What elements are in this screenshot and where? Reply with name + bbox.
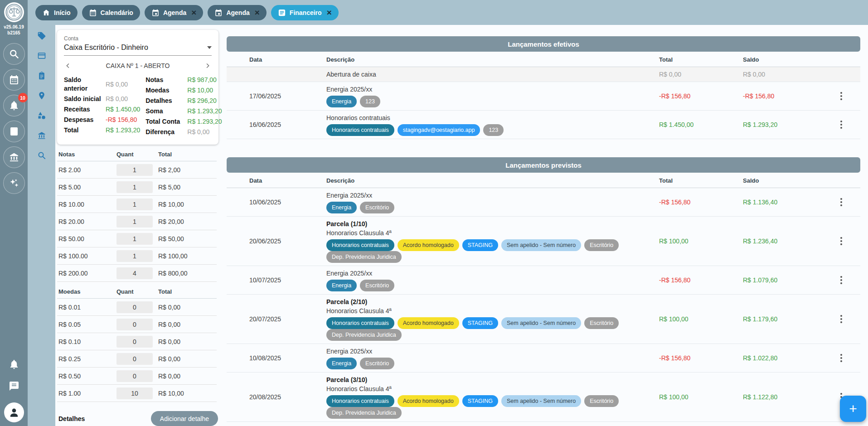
tab-label: Calendário bbox=[101, 9, 133, 16]
quant-input[interactable]: 10 bbox=[116, 387, 153, 399]
denomination-label: R$ 1.00 bbox=[58, 390, 116, 397]
row-menu-kebab-icon[interactable] bbox=[831, 196, 851, 208]
lancamento-saldo: R$ 1.179,60 bbox=[743, 315, 831, 323]
content-area: Conta Caixa Escritório - Dinheiro C bbox=[55, 25, 868, 426]
lancamento-total: R$ 0,00 bbox=[659, 71, 743, 78]
row-menu-kebab-icon[interactable] bbox=[831, 119, 851, 131]
account-select-value: Caixa Escritório - Dinheiro bbox=[64, 44, 207, 52]
quant-input[interactable]: 0 bbox=[116, 319, 153, 330]
home-icon bbox=[42, 9, 50, 17]
quant-input[interactable]: 1 bbox=[116, 250, 153, 262]
row-menu-kebab-icon[interactable] bbox=[831, 313, 851, 325]
row-menu-kebab-icon[interactable] bbox=[831, 352, 851, 364]
tag-chips: Energia123 bbox=[326, 96, 659, 107]
cash-panel: Conta Caixa Escritório - Dinheiro C bbox=[55, 25, 219, 426]
rail-pin-button[interactable] bbox=[37, 91, 46, 102]
quant-input[interactable]: 1 bbox=[116, 181, 153, 193]
rail-bank-button[interactable] bbox=[37, 131, 46, 142]
lancamento-total: R$ 100,00 bbox=[659, 393, 743, 401]
close-tab-icon[interactable]: × bbox=[191, 8, 196, 17]
summary-row: Total Conta R$ 1.293,20 bbox=[145, 117, 222, 126]
denomination-label: R$ 0.25 bbox=[58, 355, 116, 363]
close-tab-icon[interactable]: × bbox=[327, 8, 332, 17]
sidebar-search-button[interactable] bbox=[3, 43, 25, 65]
user-avatar[interactable] bbox=[4, 402, 24, 422]
summary-value: R$ 10,00 bbox=[187, 86, 222, 95]
sidebar-bell-button[interactable]: 10 bbox=[3, 95, 25, 116]
sidebar-notes-button[interactable] bbox=[3, 121, 25, 142]
row-menu-kebab-icon[interactable] bbox=[831, 274, 851, 286]
sidebar-sparkles-button[interactable] bbox=[3, 172, 25, 194]
quant-input[interactable]: 4 bbox=[116, 267, 153, 279]
lancamento-description: Parcela (2/10)Honorarios Clausula 4ªHono… bbox=[326, 297, 659, 341]
lancamento-row: 20/06/2025 Parcela (1/10)Honorarios Clau… bbox=[227, 217, 860, 266]
tag-chip: Sem apelido - Sem número bbox=[501, 317, 581, 329]
category-rail bbox=[28, 25, 55, 426]
summary-row: Notas R$ 987,00 bbox=[145, 76, 222, 84]
tag-chip: Energia bbox=[326, 96, 357, 107]
lancamento-row: 17/06/2025 Energia 2025/xxEnergia123 -R$… bbox=[227, 82, 860, 111]
add-detail-button[interactable]: Adicionar detalhe bbox=[151, 411, 218, 426]
summary-label: Saldo anterior bbox=[64, 76, 106, 93]
next-caixa-button[interactable] bbox=[204, 62, 212, 70]
rail-clipboard-button[interactable] bbox=[37, 71, 46, 82]
tag-chip: STAGING bbox=[462, 395, 498, 407]
rail-search-button[interactable] bbox=[37, 151, 46, 162]
tab-inicio-0[interactable]: Início bbox=[35, 5, 78, 20]
tab-agenda-3[interactable]: Agenda × bbox=[208, 5, 266, 20]
tab-label: Agenda bbox=[226, 9, 249, 16]
tab-calendario-1[interactable]: Calendário bbox=[82, 5, 140, 20]
lancamento-total: R$ 1.450,00 bbox=[659, 121, 743, 128]
prev-caixa-button[interactable] bbox=[64, 62, 72, 70]
calendar-icon bbox=[9, 74, 19, 85]
sidebar-calendar-button[interactable] bbox=[3, 69, 25, 91]
row-total: R$ 5,00 bbox=[158, 184, 217, 191]
row-menu-kebab-icon[interactable] bbox=[831, 235, 851, 247]
money-row: R$ 2.00 1 R$ 2,00 bbox=[57, 161, 217, 179]
quant-input[interactable]: 0 bbox=[116, 353, 153, 365]
rail-shapes-button[interactable] bbox=[37, 111, 46, 122]
denomination-label: R$ 0.10 bbox=[58, 338, 116, 345]
tag-chip: STAGING bbox=[462, 239, 498, 251]
tag-chip: Honorarios contratuais bbox=[326, 239, 394, 251]
money-row: R$ 50.00 1 R$ 50,00 bbox=[57, 230, 217, 247]
summary-value: R$ 1.293,20 bbox=[187, 117, 222, 126]
close-tab-icon[interactable]: × bbox=[255, 8, 260, 17]
summary-value: R$ 1.450,00 bbox=[106, 105, 140, 114]
quant-input[interactable]: 0 bbox=[116, 336, 153, 348]
money-row: R$ 1.00 10 R$ 10,00 bbox=[57, 385, 217, 402]
sidebar-chat-shortcut[interactable] bbox=[9, 381, 19, 393]
tab-agenda-2[interactable]: Agenda × bbox=[145, 5, 203, 20]
quant-input[interactable]: 0 bbox=[116, 301, 153, 313]
sidebar-bell-shortcut[interactable] bbox=[9, 359, 19, 372]
chevron-down-icon bbox=[207, 46, 212, 49]
lancamento-date: 10/07/2025 bbox=[249, 276, 326, 284]
quant-input[interactable]: 1 bbox=[116, 198, 153, 210]
add-lancamento-fab[interactable]: + bbox=[840, 396, 866, 422]
money-row: R$ 10.00 1 R$ 10,00 bbox=[57, 196, 217, 213]
row-menu-kebab-icon[interactable] bbox=[831, 90, 851, 102]
sidebar-bank-button[interactable] bbox=[3, 146, 25, 168]
quant-input[interactable]: 0 bbox=[116, 370, 153, 382]
version-label: v25.06.19 b2165 bbox=[4, 24, 24, 36]
summary-row: Saldo inicial R$ 0,00 bbox=[64, 95, 140, 103]
tag-chip: Dep. Previdencia Juridica bbox=[326, 329, 402, 341]
quant-input[interactable]: 1 bbox=[116, 164, 153, 176]
rail-card-button[interactable] bbox=[37, 51, 46, 62]
summary-label: Total Conta bbox=[145, 117, 187, 126]
quant-input[interactable]: 1 bbox=[116, 216, 153, 228]
lancamento-description: Energia 2025/xxEnergiaEscritório bbox=[326, 269, 659, 291]
quant-input[interactable]: 1 bbox=[116, 233, 153, 245]
summary-value: R$ 0,00 bbox=[106, 95, 140, 103]
rail-tag-button[interactable] bbox=[37, 31, 46, 42]
account-select[interactable]: Caixa Escritório - Dinheiro bbox=[64, 42, 212, 56]
lancamento-date: 20/06/2025 bbox=[249, 237, 326, 245]
lancamento-title: Parcela (1/10) bbox=[326, 219, 659, 228]
tag-chip: Escritório bbox=[584, 395, 619, 407]
tab-financeiro-4[interactable]: Financeiro × bbox=[271, 5, 339, 20]
tag-chip: Escritório bbox=[360, 202, 394, 213]
tabbar: Início Calendário Agenda × Agenda × Fina… bbox=[28, 0, 868, 25]
tag-chip: Escritório bbox=[584, 239, 619, 251]
lancamento-description: Abertura de caixa bbox=[326, 70, 659, 79]
summary-row: Soma R$ 1.293,20 bbox=[145, 107, 222, 116]
